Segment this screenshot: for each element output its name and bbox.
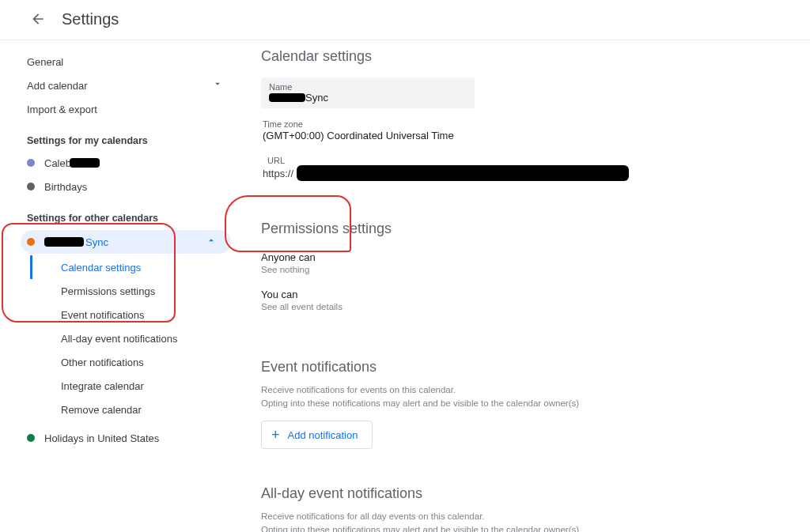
name-label: Name xyxy=(269,82,467,92)
sidebar-label: Caleb xyxy=(44,157,71,169)
sub-label: Calendar settings xyxy=(61,262,141,274)
sidebar-heading-my-calendars: Settings for my calendars xyxy=(0,121,237,151)
name-value-text: Sync xyxy=(305,92,328,104)
sub-label: Integrate calendar xyxy=(61,380,144,392)
timezone-block: Time zone (GMT+00:00) Coordinated Univer… xyxy=(261,119,802,141)
url-block: URL https:// xyxy=(261,156,802,181)
sidebar-item-selected-calendar[interactable]: Sync xyxy=(21,230,231,254)
permission-who: You can xyxy=(261,289,802,300)
name-field[interactable]: Name Sync xyxy=(261,77,475,108)
add-event-notification-button[interactable]: + Add notification xyxy=(261,421,373,449)
sidebar-sub-permissions[interactable]: Permissions settings xyxy=(30,279,237,303)
sidebar-item-add-calendar[interactable]: Add calendar xyxy=(0,74,237,97)
redaction-mark xyxy=(70,158,100,168)
permission-row: Anyone can See nothing xyxy=(261,251,802,274)
permission-row: You can See all event details xyxy=(261,289,802,311)
sidebar-sub-other-notifications[interactable]: Other notifications xyxy=(30,350,237,374)
sidebar-sub-allday-notifications[interactable]: All-day event notifications xyxy=(30,326,237,350)
url-label: URL xyxy=(263,156,629,165)
sidebar-item-my-cal-1[interactable]: Birthdays xyxy=(0,175,237,198)
main-content: Calendar settings Name Sync Time zone (G… xyxy=(237,40,810,532)
sidebar-label: Sync xyxy=(85,236,108,248)
sub-label: Permissions settings xyxy=(61,285,155,297)
calendar-color-dot xyxy=(27,238,35,246)
allday-notifs-desc1: Receive notifications for all day events… xyxy=(261,510,802,523)
event-notifs-desc2: Opting into these notifications may aler… xyxy=(261,397,802,410)
sub-label: Remove calendar xyxy=(61,404,142,416)
sidebar-sub-integrate[interactable]: Integrate calendar xyxy=(30,374,237,398)
section-title-allday-notifications: All-day event notifications xyxy=(261,485,802,502)
permission-what: See all event details xyxy=(261,302,802,311)
sub-label: Other notifications xyxy=(61,357,144,368)
sidebar-sub-calendar-settings[interactable]: Calendar settings xyxy=(30,255,237,279)
tz-value: (GMT+00:00) Coordinated Universal Time xyxy=(263,130,802,141)
sidebar-item-my-cal-0[interactable]: Caleb xyxy=(0,151,237,175)
sidebar-heading-other-calendars: Settings for other calendars xyxy=(0,198,237,228)
settings-header: Settings xyxy=(0,0,810,40)
page-title: Settings xyxy=(62,10,119,28)
sidebar-item-holidays[interactable]: Holidays in United States xyxy=(0,426,237,450)
redaction-mark xyxy=(297,165,629,181)
permission-who: Anyone can xyxy=(261,251,802,263)
section-title-calendar-settings: Calendar settings xyxy=(261,48,802,65)
calendar-color-dot xyxy=(27,183,35,191)
arrow-left-icon xyxy=(30,11,46,27)
url-prefix: https:// xyxy=(263,168,293,179)
event-notifs-desc1: Receive notifications for events on this… xyxy=(261,383,802,397)
sidebar-sub-event-notifications[interactable]: Event notifications xyxy=(30,303,237,326)
calendar-color-dot xyxy=(27,434,35,442)
redaction-mark xyxy=(269,93,305,102)
sidebar-sublist: Calendar settings Permissions settings E… xyxy=(0,255,237,421)
tz-label: Time zone xyxy=(263,119,802,129)
back-button[interactable] xyxy=(28,9,47,28)
section-title-event-notifications: Event notifications xyxy=(261,359,802,375)
sidebar-label: Add calendar xyxy=(27,80,88,92)
sub-label: Event notifications xyxy=(61,309,145,321)
allday-notifs-desc2: Opting into these notifications may aler… xyxy=(261,523,802,532)
sidebar-label: Holidays in United States xyxy=(44,432,159,444)
name-value: Sync xyxy=(269,92,467,104)
chevron-up-icon xyxy=(206,235,220,249)
chevron-down-icon xyxy=(212,78,226,92)
button-label: Add notification xyxy=(288,429,358,441)
plus-icon: + xyxy=(271,428,280,442)
sidebar-sub-remove[interactable]: Remove calendar xyxy=(30,398,237,421)
sub-label: All-day event notifications xyxy=(61,333,177,345)
sidebar-item-general[interactable]: General xyxy=(0,50,237,74)
sidebar-label: Birthdays xyxy=(44,181,87,193)
settings-sidebar: General Add calendar Import & export Set… xyxy=(0,40,237,532)
calendar-color-dot xyxy=(27,159,35,167)
sidebar-label: Import & export xyxy=(27,104,97,115)
permission-what: See nothing xyxy=(261,265,802,274)
section-title-permissions: Permissions settings xyxy=(261,221,802,237)
redaction-mark xyxy=(44,237,84,247)
sidebar-label: General xyxy=(27,56,63,68)
sidebar-item-import-export[interactable]: Import & export xyxy=(0,97,237,121)
